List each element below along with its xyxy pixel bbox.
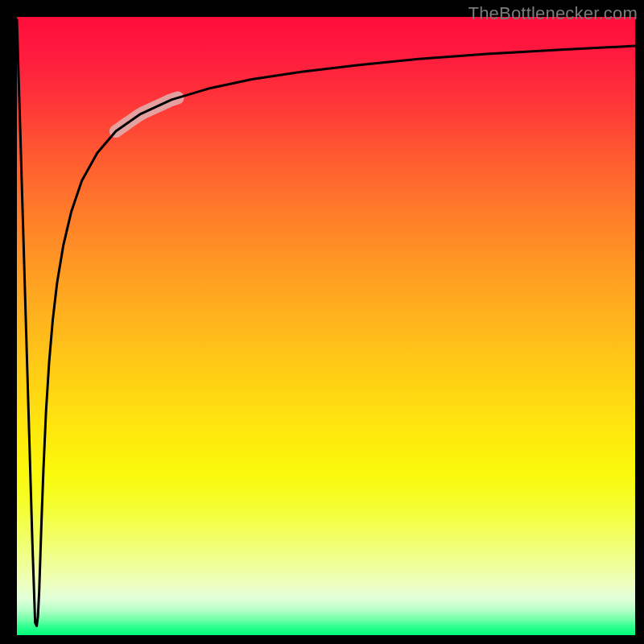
curve-svg: [17, 17, 635, 635]
chart-root: TheBottlenecker.com: [0, 0, 644, 644]
bottleneck-curve: [17, 20, 635, 626]
plot-area: [17, 17, 635, 635]
watermark-text: TheBottlenecker.com: [469, 3, 638, 24]
bottleneck-curve-highlight: [116, 98, 178, 131]
